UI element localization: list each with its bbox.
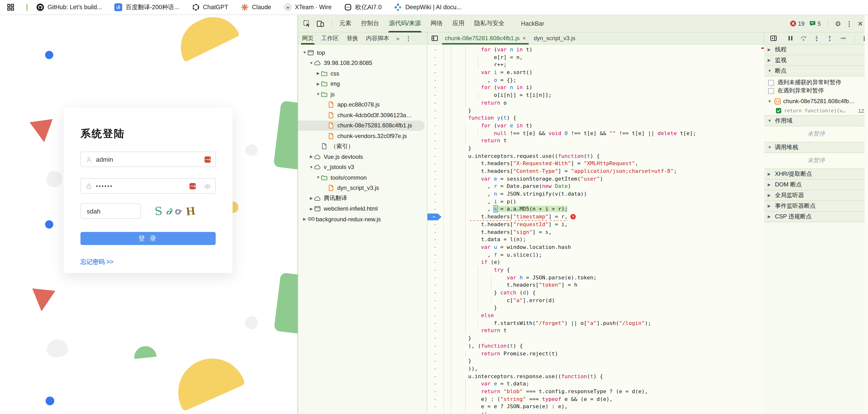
nav-tab-工作区[interactable]: 工作区: [317, 32, 343, 44]
tab-源代码/来源[interactable]: 源代码/来源: [384, 15, 426, 32]
show-password-eye-icon[interactable]: [204, 183, 211, 190]
bookmark-ouyi[interactable]: 欧亿AI7.0: [344, 3, 381, 11]
code-line-48[interactable]: - e = e ? JSON.parse(e) : e),: [428, 403, 764, 411]
line-gutter[interactable]: -: [428, 274, 443, 281]
inspect-element-icon[interactable]: [303, 20, 311, 27]
tab-元素[interactable]: 元素: [334, 15, 356, 32]
line-gutter[interactable]: -: [428, 145, 443, 152]
code-line-23[interactable]: - t.headers["timestamp"] = r,✕: [428, 213, 764, 220]
tree-item-Vue.js devtools[interactable]: ▶Vue.js devtools: [298, 151, 425, 162]
settings-gear-icon[interactable]: ⚙: [835, 20, 841, 27]
code-line-12[interactable]: - null !== t[e] && void 0 !== t[e] && ""…: [428, 130, 764, 137]
chevron-right-icon[interactable]: ▶: [309, 207, 314, 211]
code-line-1[interactable]: - for (var n in t): [428, 46, 764, 54]
kebab-menu-icon[interactable]: ⋮: [846, 20, 853, 27]
line-gutter[interactable]: -: [428, 266, 443, 274]
tree-item-chunk-4dcb0d3f.3096123a…[interactable]: chunk-4dcb0d3f.3096123a…: [298, 110, 425, 120]
code-line-4[interactable]: - var i = e.sort(): [428, 69, 764, 76]
breakpoint-entry[interactable]: return function(e){v… 12: [764, 106, 868, 115]
captcha-image[interactable]: S∂σH: [155, 205, 195, 218]
code-line-19[interactable]: - , r = Date.parse(new Date): [428, 183, 764, 190]
code-line-17[interactable]: - t.headers["Content-Type"] = "applicati…: [428, 168, 764, 175]
device-toolbar-icon[interactable]: [316, 20, 324, 27]
tree-item-39.98.108.20:8085[interactable]: ▼39.98.108.20:8085: [298, 58, 425, 68]
line-gutter[interactable]: -: [428, 304, 443, 312]
line-gutter[interactable]: -: [428, 92, 443, 99]
line-gutter[interactable]: -: [428, 183, 443, 190]
tree-item-img[interactable]: ▶img: [298, 79, 425, 89]
window-scrollbar[interactable]: [865, 15, 868, 414]
line-gutter[interactable]: -: [428, 282, 443, 289]
code-line-46[interactable]: - return "blob" === t.config.responseTyp…: [428, 388, 764, 395]
apps-grid-icon[interactable]: [7, 3, 14, 11]
chevron-down-icon[interactable]: ▼: [302, 50, 307, 55]
line-gutter[interactable]: -: [428, 297, 443, 304]
code-line-49[interactable]: - e): [428, 411, 764, 414]
code-line-31[interactable]: - var h = JSON.parse(e).token;: [428, 274, 764, 281]
code-line-43[interactable]: -)),: [428, 365, 764, 373]
inline-error-icon[interactable]: ✕: [571, 214, 576, 219]
chevron-down-icon[interactable]: ▼: [315, 175, 321, 180]
line-gutter[interactable]: -: [428, 342, 443, 350]
line-gutter[interactable]: -: [428, 312, 443, 319]
code-line-7[interactable]: - o[i[n]] = t[i[n]];: [428, 92, 764, 99]
code-line-3[interactable]: - r++;: [428, 61, 764, 69]
line-gutter[interactable]: -: [428, 289, 443, 297]
line-gutter[interactable]: -: [428, 350, 443, 357]
line-gutter[interactable]: -: [428, 395, 443, 403]
code-line-11[interactable]: - for (var e in t): [428, 122, 764, 130]
pause-option[interactable]: 在遇到异常时暂停: [764, 87, 868, 95]
chevron-right-icon[interactable]: ▶: [315, 82, 321, 86]
code-line-30[interactable]: - try {: [428, 266, 764, 274]
code-line-37[interactable]: - f.startsWith("/forget") || o["a"].push…: [428, 319, 764, 327]
code-line-41[interactable]: - return Promise.reject(t): [428, 350, 764, 357]
line-gutter[interactable]: -: [428, 388, 443, 395]
section-XHR/提取断点[interactable]: ▶XHR/提取断点: [764, 169, 868, 180]
breakpoint-checkbox-checked[interactable]: [776, 108, 781, 113]
tree-item-v_jstools v3[interactable]: ▼v_jstools v3: [298, 162, 425, 172]
nav-tab-替换[interactable]: 替换: [343, 32, 362, 44]
section-事件监听器断点[interactable]: ▶事件监听器断点: [764, 201, 868, 212]
tree-item-webclient-infield.html[interactable]: ▶webclient-infield.html: [298, 204, 425, 214]
code-line-16[interactable]: - t.headers["X-Requested-With"] = "XMLHt…: [428, 160, 764, 168]
password-manager-icon[interactable]: [205, 157, 211, 163]
line-gutter[interactable]: -: [428, 373, 443, 380]
bookmark-github[interactable]: GitHub: Let’s build...: [36, 3, 102, 11]
line-gutter[interactable]: -: [428, 152, 443, 160]
code-line-28[interactable]: - , f = u.slice(1);: [428, 251, 764, 258]
forgot-password-link[interactable]: 忘记密码 >>: [81, 258, 216, 266]
line-gutter[interactable]: -: [428, 213, 443, 220]
nav-tab-网页[interactable]: 网页: [298, 32, 317, 44]
stepout-icon[interactable]: [826, 35, 833, 42]
line-gutter[interactable]: -: [428, 365, 443, 373]
line-gutter[interactable]: -: [428, 380, 443, 388]
tree-item-background-redux-new.js[interactable]: ▶⚙⚙background-redux-new.js: [298, 214, 425, 225]
code-line-21[interactable]: - , i = p(): [428, 198, 764, 206]
tree-item-（索引）[interactable]: （索引）: [298, 141, 425, 151]
line-gutter[interactable]: -: [428, 190, 443, 198]
code-line-44[interactable]: -u.interceptors.response.use((function(t…: [428, 373, 764, 380]
chevron-right-icon[interactable]: ▶: [315, 71, 321, 76]
line-gutter[interactable]: -: [428, 99, 443, 107]
line-gutter[interactable]: -: [428, 251, 443, 258]
section-scope[interactable]: ▼ 作用域: [764, 116, 868, 126]
line-gutter[interactable]: -: [428, 221, 443, 228]
line-gutter[interactable]: -: [428, 122, 443, 130]
tree-item-tools/common[interactable]: ▼tools/common: [298, 172, 425, 183]
code-line-40[interactable]: -), (function(t) {: [428, 342, 764, 350]
tree-item-dyn_script_v3.js[interactable]: dyn_script_v3.js: [298, 183, 425, 193]
line-gutter[interactable]: -: [428, 114, 443, 122]
login-button[interactable]: 登 录: [81, 232, 216, 245]
section-线程[interactable]: ▶线程: [764, 44, 868, 55]
line-gutter[interactable]: -: [428, 76, 443, 84]
bookmark-claude[interactable]: Claude: [241, 3, 271, 11]
close-devtools-icon[interactable]: ✕: [858, 20, 863, 27]
code-line-47[interactable]: - e) : ("string" === typeof e && (e = d(…: [428, 395, 764, 403]
code-line-14[interactable]: -}: [428, 145, 764, 152]
section-全局监听器[interactable]: ▶全局监听器: [764, 190, 868, 201]
line-gutter[interactable]: -: [428, 198, 443, 206]
code-line-27[interactable]: - var u = window.location.hash: [428, 244, 764, 251]
code-line-13[interactable]: - return t: [428, 137, 764, 145]
line-gutter[interactable]: -: [428, 236, 443, 243]
section-DOM 断点[interactable]: ▶DOM 断点: [764, 180, 868, 190]
